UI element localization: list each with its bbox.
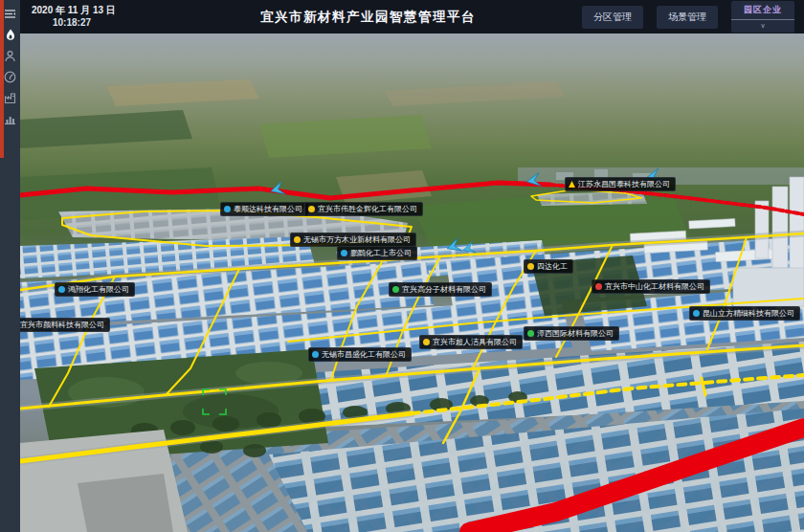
- company-label: 无锡市昌盛化工有限公司: [322, 349, 406, 360]
- company-label: 宜兴市颜料科技有限公司: [20, 320, 104, 330]
- yellow-dot-icon: [423, 339, 430, 345]
- red-dot-icon: [595, 283, 602, 290]
- datetime-block: 2020 年 11 月 13 日 10:18:27: [0, 5, 154, 29]
- factory-icon: [4, 92, 16, 104]
- company-label: 宜兴高分子材料有限公司: [402, 284, 486, 295]
- company-marker[interactable]: 无锡市万方木业新材料有限公司: [290, 233, 416, 247]
- menu-icon: [4, 8, 16, 20]
- header-controls: 分区管理 场景管理 园区企业 ∨: [582, 1, 804, 33]
- warning-icon: [569, 181, 575, 188]
- company-label: 泰顺达科技有限公司: [234, 204, 302, 214]
- company-marker[interactable]: 鸿翔化工有限公司: [55, 282, 135, 297]
- bar-chart-icon: [4, 113, 16, 125]
- sidebar-item-menu[interactable]: [0, 3, 20, 24]
- blue-dot-icon: [693, 310, 700, 317]
- company-marker[interactable]: 宜兴高分子材料有限公司: [389, 282, 492, 297]
- company-label: 江苏永昌国泰科技有限公司: [578, 179, 670, 189]
- company-label: 潭西国际材料有限公司: [537, 328, 614, 339]
- company-marker[interactable]: 宜兴市颜料科技有限公司: [20, 318, 110, 332]
- company-marker[interactable]: 宜兴市中山化工材料有限公司: [592, 279, 710, 294]
- map-3d-viewport[interactable]: 江苏永昌国泰科技有限公司 泰顺达科技有限公司 宜兴市伟胜金辉化工有限公司 无锡市…: [20, 33, 804, 532]
- company-label: 宜兴市中山化工材料有限公司: [605, 281, 704, 292]
- flame-icon: [5, 29, 16, 41]
- page-title: 宜兴市新材料产业园智慧管理平台: [154, 9, 582, 26]
- yellow-dot-icon: [294, 236, 301, 243]
- blue-dot-icon: [312, 351, 319, 358]
- company-marker[interactable]: 泰顺达科技有限公司: [220, 202, 308, 216]
- left-sidebar: [0, 0, 20, 532]
- sidebar-item-factory[interactable]: [0, 87, 20, 108]
- sidebar-item-users[interactable]: [0, 45, 20, 66]
- company-label: 宜兴市伟胜金辉化工有限公司: [318, 204, 417, 214]
- sidebar-item-statistics[interactable]: [0, 108, 20, 129]
- blue-dot-icon: [341, 250, 347, 256]
- dropdown-label: 园区企业: [731, 1, 794, 20]
- green-dot-icon: [527, 330, 534, 337]
- company-marker[interactable]: 宜兴市超人洁具有限公司: [419, 335, 523, 349]
- chevron-down-icon: ∨: [731, 20, 794, 33]
- company-marker[interactable]: 无锡市昌盛化工有限公司: [308, 347, 412, 362]
- park-enterprises-dropdown[interactable]: 园区企业 ∨: [731, 1, 794, 33]
- company-label: 昆山立方精细科技有限公司: [703, 308, 794, 319]
- scene-management-button[interactable]: 场景管理: [657, 6, 718, 29]
- sidebar-item-fire[interactable]: [0, 24, 20, 45]
- yellow-dot-icon: [527, 263, 534, 270]
- blue-dot-icon: [224, 206, 231, 212]
- current-time: 10:18:27: [53, 17, 154, 30]
- yellow-dot-icon: [308, 206, 315, 212]
- company-marker[interactable]: 四达化工: [524, 259, 573, 274]
- user-icon: [4, 50, 16, 62]
- sidebar-item-monitor[interactable]: [0, 66, 20, 87]
- current-date: 2020 年 11 月 13 日: [32, 5, 154, 17]
- blue-dot-icon: [58, 286, 65, 293]
- company-label: 四达化工: [537, 261, 568, 272]
- company-label: 无锡市万方木业新材料有限公司: [303, 234, 411, 245]
- company-marker[interactable]: 昆山立方精细科技有限公司: [689, 306, 800, 321]
- company-marker[interactable]: 江苏永昌国泰科技有限公司: [565, 177, 676, 191]
- green-dot-icon: [392, 286, 399, 293]
- company-marker[interactable]: 潭西国际材料有限公司: [524, 326, 619, 341]
- company-label: 宜兴市超人洁具有限公司: [433, 337, 517, 347]
- zone-management-button[interactable]: 分区管理: [582, 6, 643, 29]
- company-marker[interactable]: 鹏鹞化工上市公司: [337, 246, 417, 260]
- top-bar: 2020 年 11 月 13 日 10:18:27 宜兴市新材料产业园智慧管理平…: [0, 0, 804, 33]
- company-label: 鸿翔化工有限公司: [68, 284, 129, 295]
- company-marker[interactable]: 宜兴市伟胜金辉化工有限公司: [304, 202, 423, 216]
- company-label: 鹏鹞化工上市公司: [350, 248, 412, 258]
- gauge-icon: [4, 71, 16, 83]
